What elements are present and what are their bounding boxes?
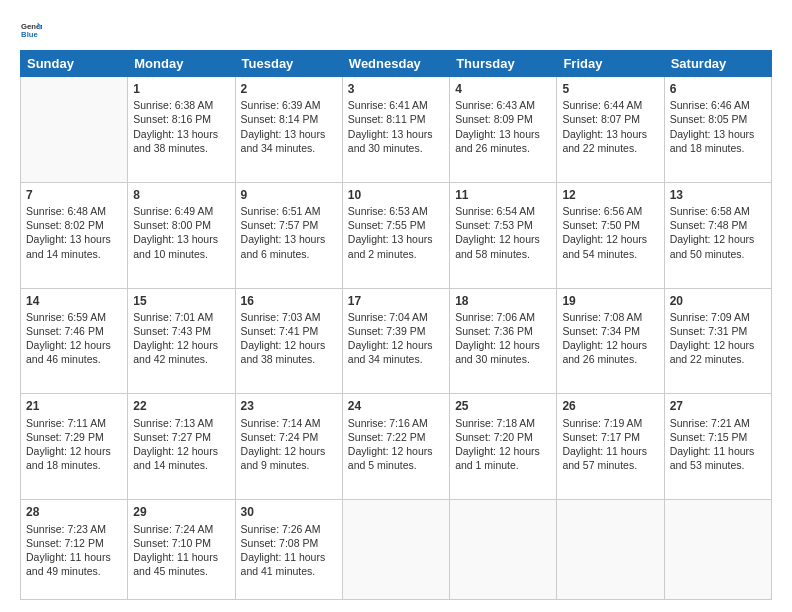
day-number: 1 (133, 81, 229, 97)
calendar-cell: 6 Sunrise: 6:46 AM Sunset: 8:05 PM Dayli… (664, 77, 771, 183)
daylight: Daylight: 11 hours and 41 minutes. (241, 551, 326, 577)
sunset: Sunset: 7:17 PM (562, 431, 640, 443)
daylight: Daylight: 13 hours and 10 minutes. (133, 233, 218, 259)
sunset: Sunset: 7:31 PM (670, 325, 748, 337)
daylight: Daylight: 13 hours and 26 minutes. (455, 128, 540, 154)
daylight: Daylight: 12 hours and 22 minutes. (670, 339, 755, 365)
daylight: Daylight: 12 hours and 38 minutes. (241, 339, 326, 365)
sunset: Sunset: 8:09 PM (455, 113, 533, 125)
calendar-header-thursday: Thursday (450, 51, 557, 77)
day-number: 22 (133, 398, 229, 414)
calendar-header-row: SundayMondayTuesdayWednesdayThursdayFrid… (21, 51, 772, 77)
calendar-header-tuesday: Tuesday (235, 51, 342, 77)
sunrise: Sunrise: 6:49 AM (133, 205, 213, 217)
sunset: Sunset: 7:29 PM (26, 431, 104, 443)
sunset: Sunset: 7:08 PM (241, 537, 319, 549)
sunset: Sunset: 7:36 PM (455, 325, 533, 337)
daylight: Daylight: 12 hours and 42 minutes. (133, 339, 218, 365)
sunrise: Sunrise: 7:16 AM (348, 417, 428, 429)
sunset: Sunset: 7:53 PM (455, 219, 533, 231)
calendar-cell: 1 Sunrise: 6:38 AM Sunset: 8:16 PM Dayli… (128, 77, 235, 183)
sunset: Sunset: 7:27 PM (133, 431, 211, 443)
calendar-header-monday: Monday (128, 51, 235, 77)
day-number: 16 (241, 293, 337, 309)
daylight: Daylight: 12 hours and 14 minutes. (133, 445, 218, 471)
calendar-cell (450, 500, 557, 600)
sunrise: Sunrise: 7:01 AM (133, 311, 213, 323)
calendar-cell: 4 Sunrise: 6:43 AM Sunset: 8:09 PM Dayli… (450, 77, 557, 183)
sunset: Sunset: 7:20 PM (455, 431, 533, 443)
sunrise: Sunrise: 6:48 AM (26, 205, 106, 217)
sunset: Sunset: 8:16 PM (133, 113, 211, 125)
day-number: 19 (562, 293, 658, 309)
sunrise: Sunrise: 7:09 AM (670, 311, 750, 323)
sunrise: Sunrise: 7:26 AM (241, 523, 321, 535)
daylight: Daylight: 12 hours and 46 minutes. (26, 339, 111, 365)
sunrise: Sunrise: 6:39 AM (241, 99, 321, 111)
sunset: Sunset: 7:57 PM (241, 219, 319, 231)
sunset: Sunset: 8:05 PM (670, 113, 748, 125)
calendar-cell: 24 Sunrise: 7:16 AM Sunset: 7:22 PM Dayl… (342, 394, 449, 500)
calendar-cell (664, 500, 771, 600)
sunrise: Sunrise: 7:13 AM (133, 417, 213, 429)
daylight: Daylight: 12 hours and 50 minutes. (670, 233, 755, 259)
calendar-cell: 13 Sunrise: 6:58 AM Sunset: 7:48 PM Dayl… (664, 182, 771, 288)
daylight: Daylight: 13 hours and 2 minutes. (348, 233, 433, 259)
calendar-cell: 5 Sunrise: 6:44 AM Sunset: 8:07 PM Dayli… (557, 77, 664, 183)
day-number: 10 (348, 187, 444, 203)
calendar-cell: 19 Sunrise: 7:08 AM Sunset: 7:34 PM Dayl… (557, 288, 664, 394)
calendar-cell: 18 Sunrise: 7:06 AM Sunset: 7:36 PM Dayl… (450, 288, 557, 394)
daylight: Daylight: 13 hours and 14 minutes. (26, 233, 111, 259)
day-number: 15 (133, 293, 229, 309)
calendar-cell: 21 Sunrise: 7:11 AM Sunset: 7:29 PM Dayl… (21, 394, 128, 500)
day-number: 21 (26, 398, 122, 414)
sunrise: Sunrise: 6:43 AM (455, 99, 535, 111)
svg-text:Blue: Blue (21, 30, 38, 39)
calendar-cell: 28 Sunrise: 7:23 AM Sunset: 7:12 PM Dayl… (21, 500, 128, 600)
sunrise: Sunrise: 6:51 AM (241, 205, 321, 217)
sunrise: Sunrise: 7:18 AM (455, 417, 535, 429)
daylight: Daylight: 13 hours and 6 minutes. (241, 233, 326, 259)
daylight: Daylight: 12 hours and 54 minutes. (562, 233, 647, 259)
calendar-cell: 17 Sunrise: 7:04 AM Sunset: 7:39 PM Dayl… (342, 288, 449, 394)
day-number: 6 (670, 81, 766, 97)
calendar-cell: 20 Sunrise: 7:09 AM Sunset: 7:31 PM Dayl… (664, 288, 771, 394)
daylight: Daylight: 11 hours and 45 minutes. (133, 551, 218, 577)
calendar-cell (557, 500, 664, 600)
logo: General Blue (20, 18, 46, 40)
calendar-week-row: 7 Sunrise: 6:48 AM Sunset: 8:02 PM Dayli… (21, 182, 772, 288)
day-number: 29 (133, 504, 229, 520)
sunrise: Sunrise: 7:06 AM (455, 311, 535, 323)
calendar-cell (21, 77, 128, 183)
sunrise: Sunrise: 6:56 AM (562, 205, 642, 217)
sunset: Sunset: 8:11 PM (348, 113, 426, 125)
daylight: Daylight: 12 hours and 18 minutes. (26, 445, 111, 471)
daylight: Daylight: 13 hours and 34 minutes. (241, 128, 326, 154)
calendar-week-row: 14 Sunrise: 6:59 AM Sunset: 7:46 PM Dayl… (21, 288, 772, 394)
calendar-cell: 15 Sunrise: 7:01 AM Sunset: 7:43 PM Dayl… (128, 288, 235, 394)
sunset: Sunset: 7:34 PM (562, 325, 640, 337)
day-number: 28 (26, 504, 122, 520)
day-number: 30 (241, 504, 337, 520)
calendar-cell: 26 Sunrise: 7:19 AM Sunset: 7:17 PM Dayl… (557, 394, 664, 500)
sunrise: Sunrise: 6:59 AM (26, 311, 106, 323)
daylight: Daylight: 13 hours and 30 minutes. (348, 128, 433, 154)
day-number: 2 (241, 81, 337, 97)
sunset: Sunset: 8:14 PM (241, 113, 319, 125)
calendar-cell: 10 Sunrise: 6:53 AM Sunset: 7:55 PM Dayl… (342, 182, 449, 288)
day-number: 17 (348, 293, 444, 309)
daylight: Daylight: 13 hours and 22 minutes. (562, 128, 647, 154)
sunset: Sunset: 7:46 PM (26, 325, 104, 337)
page: General Blue SundayMondayTuesdayWednesda… (0, 0, 792, 612)
calendar-cell: 7 Sunrise: 6:48 AM Sunset: 8:02 PM Dayli… (21, 182, 128, 288)
day-number: 24 (348, 398, 444, 414)
day-number: 12 (562, 187, 658, 203)
daylight: Daylight: 13 hours and 38 minutes. (133, 128, 218, 154)
sunrise: Sunrise: 7:08 AM (562, 311, 642, 323)
sunset: Sunset: 8:00 PM (133, 219, 211, 231)
day-number: 3 (348, 81, 444, 97)
calendar-header-friday: Friday (557, 51, 664, 77)
sunrise: Sunrise: 7:19 AM (562, 417, 642, 429)
sunset: Sunset: 7:15 PM (670, 431, 748, 443)
sunrise: Sunrise: 6:38 AM (133, 99, 213, 111)
